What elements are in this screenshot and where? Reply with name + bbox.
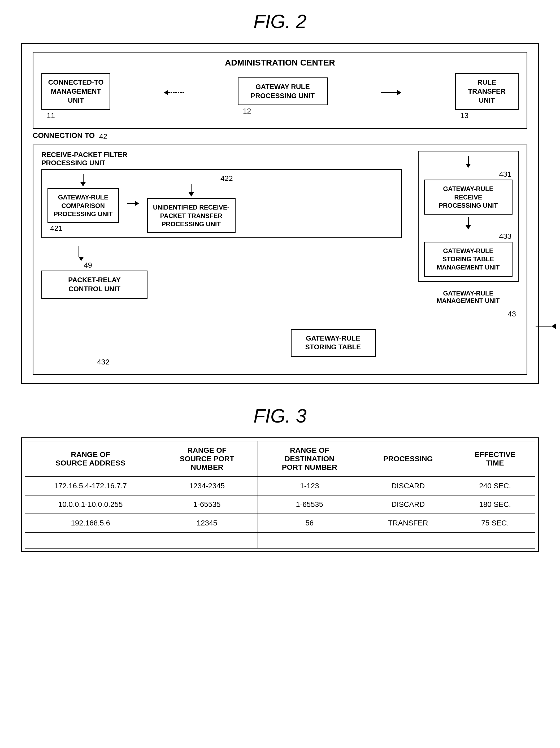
cell-src-port-1: 1234-2345	[156, 477, 258, 495]
cell-src-port-4	[156, 532, 258, 548]
admin-center-box: ADMINISTRATION CENTER CONNECTED-TOMANAGE…	[32, 52, 528, 128]
cell-dst-port-4	[258, 532, 361, 548]
arrow-head-421-422	[135, 201, 139, 206]
receive-filter-inner: GATEWAY-RULECOMPARISONPROCESSING UNIT 42…	[47, 174, 396, 233]
storing-table-box: GATEWAY-RULESTORING TABLE	[291, 329, 376, 357]
arrow-v-top-421	[83, 174, 84, 182]
arrow-v-top-422	[191, 184, 191, 192]
arrow-v-421-relay	[78, 246, 79, 257]
connection-to-number: 42	[99, 132, 107, 141]
cell-dst-port-1: 1-123	[258, 477, 361, 495]
admin-center-inner: CONNECTED-TOMANAGEMENTUNIT 11 GATEWAY RU…	[41, 73, 519, 120]
unit-433-box: GATEWAY-RULESTORING TABLEMANAGEMENT UNIT	[424, 242, 513, 277]
unit-431-box: GATEWAY-RULERECEIVEPROCESSING UNIT	[424, 180, 513, 215]
cell-time-1: 240 SEC.	[455, 477, 535, 495]
fig3-section: FIG. 3 RANGE OFSOURCE ADDRESS RANGE OFSO…	[21, 405, 539, 552]
arrow-head-top-431	[466, 164, 471, 168]
cell-proc-2: DISCARD	[361, 495, 455, 514]
receive-filter-label: RECEIVE-PACKET FILTERPROCESSING UNIT	[41, 151, 402, 167]
cell-src-addr-2: 10.0.0.1-10.0.0.255	[25, 495, 156, 514]
receive-filter-box: GATEWAY-RULECOMPARISONPROCESSING UNIT 42…	[41, 169, 402, 238]
unit-433-number: 433	[499, 232, 511, 240]
unit-13-label: RULETRANSFERUNIT	[468, 78, 506, 104]
gateway-rule-mgmt-number: 43	[418, 310, 516, 318]
table-row	[25, 532, 535, 548]
storing-table-label: GATEWAY-RULESTORING TABLE	[305, 334, 361, 351]
table-header-row: RANGE OFSOURCE ADDRESS RANGE OFSOURCE PO…	[25, 441, 535, 477]
arrow-head-12-13	[397, 90, 401, 95]
arrow-head-421-relay	[78, 257, 84, 261]
unit-433-label: GATEWAY-RULESTORING TABLEMANAGEMENT UNIT	[437, 247, 499, 271]
cell-time-2: 180 SEC.	[455, 495, 535, 514]
arrow-head-433-table	[552, 324, 556, 329]
unit-422-label: UNIDENTIFIED RECEIVE-PACKET TRANSFERPROC…	[153, 204, 230, 227]
cell-proc-4	[361, 532, 455, 548]
cell-dst-port-2: 1-65535	[258, 495, 361, 514]
storing-table-section: GATEWAY-RULESTORING TABLE 432	[94, 324, 560, 367]
arrow-h-421-422	[127, 203, 135, 204]
cell-src-addr-3: 192.168.5.6	[25, 514, 156, 532]
dashed-h-12-11	[168, 92, 184, 93]
cell-proc-1: DISCARD	[361, 477, 455, 495]
arrow-head-431-433	[466, 225, 471, 230]
col-header-dest-port: RANGE OFDESTINATIONPORT NUMBER	[258, 441, 361, 477]
unit-431-number: 431	[499, 170, 511, 179]
fig3-title: FIG. 3	[21, 405, 539, 427]
unit-11-number: 11	[47, 111, 55, 120]
unit-431-label: GATEWAY-RULERECEIVEPROCESSING UNIT	[439, 185, 498, 209]
cell-time-3: 75 SEC.	[455, 514, 535, 532]
arrow-h-12-13	[381, 92, 397, 93]
unit-49-box: PACKET-RELAYCONTROL UNIT	[41, 271, 147, 299]
fig3-table: RANGE OFSOURCE ADDRESS RANGE OFSOURCE PO…	[25, 441, 535, 548]
table-row: 172.16.5.4-172.16.7.7 1234-2345 1-123 DI…	[25, 477, 535, 495]
arrow-v-top-431	[468, 156, 469, 164]
unit-49-number-label: 49	[84, 261, 92, 270]
col-header-processing: PROCESSING	[361, 441, 455, 477]
unit-421-box: GATEWAY-RULECOMPARISONPROCESSING UNIT	[47, 188, 119, 223]
gateway-inner: RECEIVE-PACKET FILTERPROCESSING UNIT	[41, 151, 519, 318]
gateway-left: RECEIVE-PACKET FILTERPROCESSING UNIT	[41, 151, 402, 318]
unit-421-number: 421	[50, 224, 63, 233]
gateway-rule-mgmt-label: GATEWAY-RULEMANAGEMENT UNIT	[418, 290, 519, 304]
storing-table-number: 432	[97, 358, 110, 366]
fig3-table-container: RANGE OFSOURCE ADDRESS RANGE OFSOURCE PO…	[21, 437, 539, 552]
cell-dst-port-3: 56	[258, 514, 361, 532]
cell-time-4	[455, 532, 535, 548]
cell-src-port-3: 12345	[156, 514, 258, 532]
gateway-right: 431 GATEWAY-RULERECEIVEPROCESSING UNIT 4…	[418, 151, 519, 318]
unit-422-number: 422	[220, 174, 233, 183]
unit-12-label: GATEWAY RULEPROCESSING UNIT	[251, 83, 314, 100]
gateway-rule-mgmt-outer: 431 GATEWAY-RULERECEIVEPROCESSING UNIT 4…	[418, 151, 519, 281]
admin-center-label: ADMINISTRATION CENTER	[41, 58, 519, 68]
unit-13-number: 13	[460, 111, 468, 120]
arrow-head-top-421	[80, 182, 86, 186]
gateway-section: RECEIVE-PACKET FILTERPROCESSING UNIT	[32, 144, 528, 375]
arrow-12-to-11	[164, 90, 168, 95]
unit-12-box: GATEWAY RULEPROCESSING UNIT	[238, 77, 328, 106]
unit-421-label: GATEWAY-RULECOMPARISONPROCESSING UNIT	[53, 194, 113, 217]
cell-src-addr-4	[25, 532, 156, 548]
arrow-v-431-433	[468, 217, 469, 225]
table-row: 192.168.5.6 12345 56 TRANSFER 75 SEC.	[25, 514, 535, 532]
arrow-h-433-table	[536, 326, 552, 327]
col-header-source-port: RANGE OFSOURCE PORTNUMBER	[156, 441, 258, 477]
table-row: 10.0.0.1-10.0.0.255 1-65535 1-65535 DISC…	[25, 495, 535, 514]
unit-12-number: 12	[243, 107, 251, 115]
unit-11-box: CONNECTED-TOMANAGEMENTUNIT	[41, 73, 110, 110]
unit-11-label: CONNECTED-TOMANAGEMENTUNIT	[48, 78, 104, 104]
cell-proc-3: TRANSFER	[361, 514, 455, 532]
unit-422-box: UNIDENTIFIED RECEIVE-PACKET TRANSFERPROC…	[147, 198, 236, 233]
arrow-head-top-422	[189, 192, 194, 196]
fig2-title: FIG. 2	[21, 10, 539, 32]
cell-src-addr-1: 172.16.5.4-172.16.7.7	[25, 477, 156, 495]
unit-49-label: PACKET-RELAYCONTROL UNIT	[68, 276, 121, 293]
col-header-source-addr: RANGE OFSOURCE ADDRESS	[25, 441, 156, 477]
col-header-effective-time: EFFECTIVETIME	[455, 441, 535, 477]
fig2-container: ADMINISTRATION CENTER CONNECTED-TOMANAGE…	[21, 43, 539, 384]
unit-13-box: RULETRANSFERUNIT	[455, 73, 519, 110]
cell-src-port-2: 1-65535	[156, 495, 258, 514]
connection-to-label: CONNECTION TO	[32, 131, 95, 140]
